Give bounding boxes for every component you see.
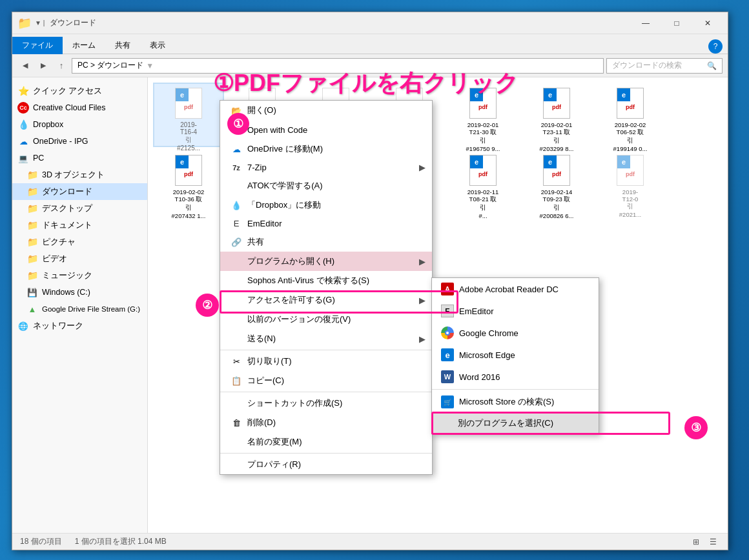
tab-file[interactable]: ファイル	[12, 37, 63, 54]
cm-restore-label: 以前のバージョンの復元(V)	[247, 314, 351, 325]
cm-open[interactable]: 📂 開く(O)	[220, 101, 432, 120]
file-item[interactable]: e pdf 2019-02-01T23-11 取引#203299 8...	[521, 83, 592, 147]
step-1-circle: ①	[227, 113, 249, 135]
cm-open-with-code[interactable]: ⟨⟩ Open with Code	[220, 120, 432, 139]
folder-music-icon: 📁	[26, 270, 38, 281]
file-item[interactable]: e pdf 2019-02-14T09-23 取引#200826 6...	[521, 150, 592, 214]
sidebar-item-music[interactable]: 📁 ミュージック	[12, 267, 147, 284]
sidebar-item-documents[interactable]: 📁 ドキュメント	[12, 217, 147, 234]
cm-properties[interactable]: プロパティ(R)	[220, 455, 432, 474]
up-button[interactable]: ↑	[54, 58, 69, 74]
cm-rename[interactable]: 名前の変更(M)	[220, 432, 432, 452]
cm-7zip[interactable]: 7z 7-Zip ▶	[220, 159, 432, 176]
sidebar-item-3d[interactable]: 📁 3D オブジェクト	[12, 166, 147, 183]
back-button[interactable]: ◀	[17, 58, 33, 74]
arrow-icon-3: ▶	[419, 295, 426, 305]
file-item[interactable]: e pdf 2019-02-11T08-21 取引#...	[447, 150, 518, 214]
sidebar-item-desktop[interactable]: 📁 デスクトップ	[12, 200, 147, 217]
tab-share[interactable]: 共有	[105, 37, 140, 54]
search-box[interactable]: ダウンロードの検索 🔍	[606, 58, 723, 74]
sidebar-item-downloads[interactable]: 📁 ダウンロード	[12, 183, 147, 200]
cm-shortcut-label: ショートカットの作成(S)	[247, 397, 342, 409]
cm-cut[interactable]: ✂ 切り取り(T)	[220, 352, 432, 371]
file-label: 2019-02-11T08-21 取引#...	[467, 188, 499, 219]
cm-dropbox-move[interactable]: 💧 「Dropbox」に移動	[220, 195, 432, 215]
sidebar-item-pc[interactable]: 💻 PC	[12, 150, 147, 166]
sidebar-label-network: ネットワーク	[33, 321, 83, 332]
sidebar-item-windows-c[interactable]: 💾 Windows (C:)	[12, 284, 147, 301]
sidebar-item-network[interactable]: 🌐 ネットワーク	[12, 317, 147, 334]
minimize-button[interactable]: —	[631, 14, 661, 32]
cm-emeditor-label: EmEditor	[247, 219, 282, 228]
file-icon-pdf9: e pdf	[467, 155, 498, 186]
file-label: 2019-T12-0引#2021...	[619, 188, 641, 218]
cm-create-shortcut[interactable]: ショートカットの作成(S)	[220, 394, 432, 413]
context-menu: 📂 開く(O) ⟨⟩ Open with Code ☁ OneDrive に移動…	[220, 100, 433, 475]
file-label: 2019-02-14T09-23 取引#200826 6...	[540, 188, 574, 219]
cut-icon: ✂	[231, 357, 242, 366]
cm-share[interactable]: 🔗 共有	[220, 232, 432, 252]
sidebar-item-onedrive[interactable]: ☁ OneDrive - IPG	[12, 133, 147, 150]
sm-store-search[interactable]: 🛒 Microsoft Store の検索(S)	[432, 391, 599, 413]
cm-sophos[interactable]: Sophos Anti-Virus で検索する(S)	[220, 271, 432, 290]
cm-sophos-label: Sophos Anti-Virus で検索する(S)	[247, 275, 369, 286]
status-bar: 18 個の項目 1 個の項目を選択 1.04 MB ⊞ ☰	[12, 533, 728, 550]
cm-delete[interactable]: 🗑 削除(D)	[220, 413, 432, 432]
file-icon-pdf10: e pdf	[541, 155, 572, 186]
sm-word[interactable]: W Word 2016	[432, 366, 599, 388]
cm-send-to[interactable]: 送る(N) ▶	[220, 329, 432, 348]
sidebar-item-videos[interactable]: 📁 ビデオ	[12, 250, 147, 267]
dropbox-cm-icon: 💧	[231, 201, 242, 210]
star-icon: ⭐	[17, 85, 29, 97]
status-selected: 1 個の項目を選択 1.04 MB	[75, 537, 167, 546]
forward-button[interactable]: ▶	[36, 58, 51, 74]
file-icon-pdf3: e pdf	[541, 88, 572, 119]
cm-open-with-label: プログラムから開く(H)	[247, 255, 334, 267]
cm-emeditor[interactable]: E EmEditor	[220, 215, 432, 232]
sidebar-item-quick-access[interactable]: ⭐ クイック アクセス	[12, 83, 147, 99]
cm-access[interactable]: アクセスを許可する(G) ▶	[220, 290, 432, 310]
file-label: 2019-02-01T23-11 取引#203299 8...	[540, 121, 574, 152]
cm-onedrive-move[interactable]: ☁ OneDrive に移動(M)	[220, 139, 432, 159]
sidebar: ⭐ クイック アクセス Cc Creative Cloud Files 💧 Dr…	[12, 77, 148, 533]
cm-atok[interactable]: ATOKで学習する(A)	[220, 176, 432, 195]
step-3-circle: ③	[684, 416, 708, 439]
cm-open-with[interactable]: プログラムから開く(H) ▶	[220, 252, 432, 271]
sidebar-item-creative-cloud[interactable]: Cc Creative Cloud Files	[12, 99, 147, 116]
sm-chrome[interactable]: Google Chrome	[432, 322, 599, 344]
close-button[interactable]: ✕	[693, 14, 723, 32]
tab-home[interactable]: ホーム	[63, 37, 105, 54]
folder-pictures-icon: 📁	[26, 236, 38, 248]
help-button[interactable]: ?	[708, 39, 723, 54]
drive-c-icon: 💾	[26, 286, 38, 298]
address-dropdown[interactable]: ▼	[146, 61, 154, 70]
sm-acrobat[interactable]: A Adobe Acrobat Reader DC	[432, 278, 599, 300]
grid-view-button[interactable]: ⊞	[689, 535, 703, 549]
sidebar-label-creative-cloud: Creative Cloud Files	[33, 103, 106, 112]
tab-view[interactable]: 表示	[140, 37, 175, 54]
sm-other-program[interactable]: 別のプログラムを選択(C)	[432, 413, 599, 434]
cm-atok-label: ATOKで学習する(A)	[247, 180, 323, 192]
sm-other-label: 別のプログラムを選択(C)	[458, 417, 553, 429]
sidebar-item-google-drive[interactable]: ▲ Google Drive File Stream (G:)	[12, 301, 147, 317]
list-view-button[interactable]: ☰	[706, 535, 720, 549]
cm-restore-version[interactable]: 以前のバージョンの復元(V)	[220, 310, 432, 329]
file-item[interactable]: e pdf 2019-02-02T10-36 取引#207432 1...	[153, 150, 224, 214]
file-item[interactable]: e pdf 2019-T12-0引#2021...	[595, 150, 666, 214]
window-controls: — □ ✕	[631, 14, 723, 32]
sm-acrobat-label: Adobe Acrobat Reader DC	[459, 285, 559, 294]
file-item[interactable]: e pdf 2019-02-02T06-52 取引#199149 0...	[595, 83, 666, 147]
sidebar-item-pictures[interactable]: 📁 ピクチャ	[12, 234, 147, 250]
maximize-button[interactable]: □	[662, 14, 692, 32]
cm-copy[interactable]: 📋 コピー(C)	[220, 371, 432, 390]
sm-emeditor[interactable]: E EmEditor	[432, 300, 599, 322]
file-label: 2019-T16-4引#2125...	[177, 121, 200, 152]
cm-cut-label: 切り取り(T)	[247, 355, 292, 367]
sidebar-label-pc: PC	[33, 154, 44, 163]
acrobat-icon: A	[441, 283, 454, 295]
folder-videos-icon: 📁	[26, 253, 38, 265]
chrome-icon	[441, 326, 454, 339]
folder-icon: 📁	[17, 16, 32, 30]
sm-edge[interactable]: e Microsoft Edge	[432, 344, 599, 366]
sidebar-item-dropbox[interactable]: 💧 Dropbox	[12, 116, 147, 133]
